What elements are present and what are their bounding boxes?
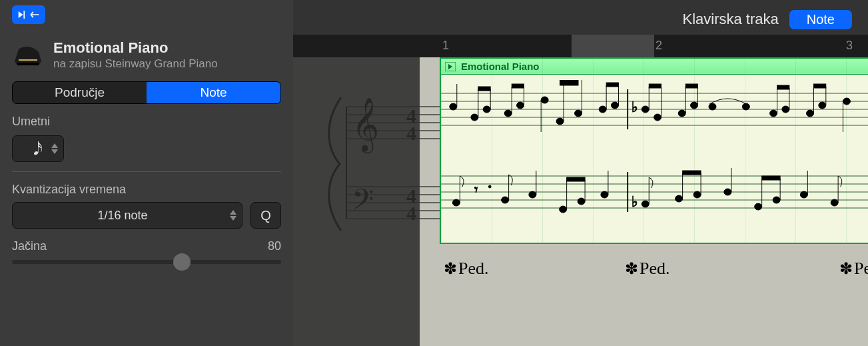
velocity-slider-knob[interactable] (173, 253, 191, 271)
svg-point-101 (724, 189, 731, 195)
svg-point-37 (556, 118, 564, 125)
svg-rect-39 (560, 80, 578, 85)
svg-point-104 (773, 197, 780, 203)
svg-point-108 (800, 191, 807, 198)
ruler-selection[interactable] (572, 35, 654, 57)
svg-point-110 (831, 199, 838, 206)
svg-point-53 (678, 110, 685, 117)
score-workspace: Klavirska traka Note 1 2 3 (293, 0, 868, 346)
velocity-slider[interactable] (12, 260, 281, 264)
bar-ruler[interactable]: 1 2 3 (293, 35, 868, 57)
quantize-label: Kvantizacija vremena (12, 183, 281, 197)
piano-icon (12, 40, 44, 68)
insert-note-value-select[interactable]: 𝅘𝅥𝅯 (12, 135, 64, 162)
svg-point-23 (450, 103, 457, 110)
svg-rect-52 (649, 84, 661, 88)
svg-point-96 (675, 195, 683, 202)
velocity-section: Jačina 80 (12, 239, 281, 264)
view-pill-score[interactable]: Note (789, 10, 852, 29)
catch-playhead-icon (17, 9, 40, 21)
tab-region[interactable]: Područje (13, 82, 147, 103)
svg-point-94 (642, 201, 649, 207)
svg-rect-46 (606, 83, 618, 87)
svg-point-30 (504, 110, 512, 117)
inspector-mode-tabs: Područje Note (12, 81, 281, 104)
ruler-tick: 1 (442, 39, 449, 53)
stepper-icon (51, 143, 59, 154)
svg-point-81 (488, 185, 491, 188)
svg-point-65 (807, 110, 814, 117)
svg-point-103 (755, 203, 762, 210)
track-header-text: Emotional Piano na zapisu Steinway Grand… (53, 40, 218, 71)
velocity-label: Jačina (12, 239, 47, 253)
svg-rect-34 (512, 84, 524, 88)
velocity-value: 80 (268, 239, 281, 253)
inspector-panel: Emotional Piano na zapisu Steinway Grand… (0, 0, 293, 346)
svg-point-25 (471, 114, 478, 121)
svg-rect-100 (683, 171, 701, 175)
svg-text:♭: ♭ (632, 193, 638, 210)
svg-point-26 (483, 106, 490, 113)
svg-point-66 (819, 102, 826, 109)
pedal-mark: Ped. (839, 259, 868, 279)
ruler-tick: 3 (846, 39, 853, 53)
svg-point-43 (611, 102, 618, 109)
catch-playhead-button[interactable] (12, 5, 45, 24)
svg-point-70 (843, 98, 850, 105)
svg-point-49 (654, 114, 661, 121)
quantize-select[interactable]: 1/16 note (12, 202, 242, 229)
svg-point-86 (560, 206, 567, 213)
svg-point-59 (742, 103, 749, 110)
svg-point-97 (693, 191, 701, 198)
track-name: Emotional Piano (53, 40, 218, 56)
svg-point-58 (709, 103, 716, 110)
svg-point-48 (642, 106, 649, 113)
svg-text:♭: ♭ (632, 99, 638, 115)
quantize-section: Kvantizacija vremena 1/16 note Q (12, 183, 281, 229)
insert-section: Umetni 𝅘𝅥𝅯 (12, 115, 281, 162)
svg-rect-90 (567, 177, 585, 181)
overlap-shadow (293, 35, 420, 346)
pedal-mark: Ped. (625, 259, 670, 279)
svg-point-61 (782, 106, 789, 113)
svg-point-54 (691, 102, 698, 109)
track-subtitle: na zapisu Steinway Grand Piano (53, 57, 218, 71)
svg-point-91 (601, 191, 608, 198)
svg-point-35 (541, 97, 548, 103)
svg-rect-69 (814, 84, 826, 88)
stepper-icon (230, 210, 238, 221)
insert-label: Umetni (12, 115, 281, 129)
divider (12, 171, 281, 172)
svg-rect-107 (762, 176, 780, 180)
svg-point-82 (502, 197, 509, 203)
treble-notes: ♭ (441, 80, 868, 140)
ruler-tick: 2 (655, 39, 662, 53)
svg-rect-29 (478, 87, 490, 91)
tab-notes[interactable]: Note (147, 82, 280, 103)
svg-point-31 (517, 102, 524, 109)
svg-point-40 (575, 110, 582, 117)
svg-rect-64 (777, 85, 789, 89)
svg-rect-57 (685, 84, 697, 88)
quantize-value: 1/16 note (97, 209, 147, 223)
midi-region[interactable]: Emotional Piano (440, 57, 868, 244)
svg-point-60 (770, 110, 777, 117)
svg-point-78 (452, 199, 460, 206)
svg-point-87 (578, 198, 585, 205)
bass-notes: 𝄾 ♭ (441, 163, 868, 223)
view-label-piano-roll[interactable]: Klavirska traka (682, 11, 778, 28)
quantize-apply-button[interactable]: Q (250, 202, 281, 229)
svg-text:𝄾: 𝄾 (474, 186, 478, 192)
svg-point-84 (529, 191, 536, 198)
pedal-mark: Ped. (444, 259, 489, 279)
track-header: Emotional Piano na zapisu Steinway Grand… (12, 40, 281, 71)
svg-point-42 (599, 106, 606, 113)
view-switch-bar: Klavirska traka Note (293, 0, 868, 35)
